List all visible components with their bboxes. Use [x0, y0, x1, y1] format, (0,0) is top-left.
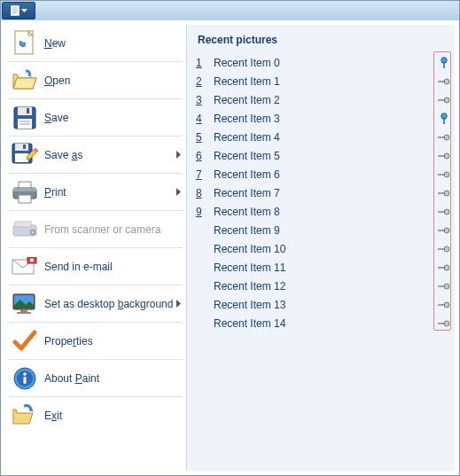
- pin-icon-unpinned[interactable]: [437, 77, 451, 86]
- recent-item-label: Recent Item 0: [210, 57, 437, 69]
- desktop-background-icon: [11, 290, 39, 318]
- pin-icon-unpinned[interactable]: [437, 96, 451, 105]
- recent-item-number: 7: [196, 168, 210, 181]
- svg-rect-55: [438, 230, 445, 230]
- recent-item[interactable]: 1Recent Item 0: [196, 53, 451, 72]
- recent-pictures-panel: Recent pictures 1Recent Item 02Recent It…: [186, 25, 455, 471]
- recent-item[interactable]: 4Recent Item 3: [196, 109, 451, 128]
- svg-rect-37: [443, 62, 444, 68]
- pin-icon-unpinned[interactable]: [437, 133, 451, 142]
- menu-label: New: [44, 37, 66, 50]
- svg-rect-7: [18, 107, 32, 115]
- menu-label: Set as desktop background: [44, 298, 173, 310]
- recent-item[interactable]: Recent Item 9: [196, 221, 451, 239]
- menu-item-wallpaper[interactable]: Set as desktop background: [5, 285, 186, 322]
- pin-icon-unpinned[interactable]: [437, 319, 451, 328]
- menu-label: Print: [44, 186, 66, 199]
- svg-rect-49: [438, 174, 445, 175]
- recent-item-number: 6: [196, 150, 210, 162]
- svg-rect-43: [443, 118, 444, 124]
- recent-item[interactable]: 9Recent Item 8: [196, 202, 451, 221]
- recent-item[interactable]: Recent Item 11: [196, 258, 451, 277]
- menu-label: About Paint: [44, 372, 99, 385]
- recent-item[interactable]: 7Recent Item 6: [196, 165, 451, 183]
- menu-item-new[interactable]: New: [5, 25, 186, 61]
- pin-icon-unpinned[interactable]: [437, 282, 451, 291]
- recent-item-label: Recent Item 13: [210, 299, 437, 311]
- svg-rect-65: [438, 323, 445, 324]
- svg-rect-19: [19, 195, 31, 203]
- menu-item-about[interactable]: About Paint: [5, 360, 186, 396]
- menu-item-open[interactable]: Open: [5, 62, 186, 98]
- save-as-icon: [11, 141, 39, 169]
- menu-panel: New Open Save Save as: [1, 20, 459, 475]
- menu-item-save[interactable]: Save: [5, 99, 186, 136]
- menu-label: Properties: [44, 335, 93, 347]
- recent-item[interactable]: Recent Item 10: [196, 239, 451, 258]
- checkmark-icon: [11, 327, 39, 355]
- email-icon: [11, 253, 39, 281]
- scanner-icon: [11, 215, 39, 244]
- svg-rect-30: [20, 309, 27, 312]
- pin-icon-unpinned[interactable]: [437, 245, 451, 254]
- app-menu-button[interactable]: [2, 2, 35, 20]
- svg-rect-47: [438, 155, 445, 156]
- pin-icon-unpinned[interactable]: [437, 152, 451, 160]
- svg-point-24: [32, 230, 35, 233]
- chevron-right-icon: [176, 149, 181, 161]
- menu-item-from-scanner: From scanner or camera: [5, 211, 186, 247]
- recent-item-number: 2: [196, 75, 210, 88]
- menu-item-send-email[interactable]: Send in e-mail: [5, 248, 186, 285]
- recent-item-label: Recent Item 11: [210, 261, 437, 274]
- titlebar: [1, 1, 459, 20]
- svg-rect-63: [438, 304, 445, 305]
- application-window: New Open Save Save as: [0, 0, 460, 476]
- recent-item-label: Recent Item 1: [210, 75, 437, 88]
- recent-item[interactable]: Recent Item 12: [196, 277, 451, 295]
- svg-rect-61: [438, 285, 445, 286]
- pin-icon-unpinned[interactable]: [437, 207, 451, 216]
- menu-label: Save: [44, 112, 68, 124]
- recent-item[interactable]: 3Recent Item 2: [196, 90, 451, 109]
- pin-icon-pinned[interactable]: [437, 113, 451, 125]
- menu-item-properties[interactable]: Properties: [5, 323, 186, 359]
- recent-item-label: Recent Item 2: [210, 94, 437, 106]
- recent-item-label: Recent Item 14: [210, 317, 437, 330]
- recent-item-label: Recent Item 5: [210, 150, 437, 162]
- pin-icon-unpinned[interactable]: [437, 263, 451, 272]
- svg-rect-14: [23, 144, 26, 149]
- printer-icon: [11, 178, 39, 207]
- recent-item[interactable]: 2Recent Item 1: [196, 72, 451, 90]
- pin-icon-pinned[interactable]: [437, 57, 451, 69]
- pin-icon-unpinned[interactable]: [437, 300, 451, 309]
- menu-item-print[interactable]: Print: [5, 174, 186, 210]
- svg-rect-53: [438, 211, 445, 212]
- save-floppy-icon: [11, 104, 39, 132]
- chevron-down-icon: [21, 9, 27, 12]
- recent-item[interactable]: Recent Item 13: [196, 295, 451, 314]
- recent-item-number: 4: [196, 113, 210, 125]
- svg-rect-57: [438, 248, 445, 249]
- recent-item[interactable]: 8Recent Item 7: [196, 183, 451, 202]
- recent-item-label: Recent Item 12: [210, 280, 437, 293]
- menu-item-exit[interactable]: Exit: [5, 397, 186, 433]
- pin-icon-unpinned[interactable]: [437, 189, 451, 198]
- svg-rect-39: [438, 81, 445, 82]
- pin-icon-unpinned[interactable]: [437, 170, 451, 179]
- menu-item-save-as[interactable]: Save as: [5, 137, 186, 173]
- pin-icon-unpinned[interactable]: [437, 226, 451, 235]
- svg-point-27: [30, 258, 34, 261]
- recent-item-label: Recent Item 9: [210, 224, 437, 237]
- recent-item[interactable]: Recent Item 14: [196, 314, 451, 332]
- menu-label: Send in e-mail: [44, 261, 113, 273]
- recent-pictures-list: 1Recent Item 02Recent Item 13Recent Item…: [196, 53, 451, 465]
- svg-rect-31: [17, 312, 31, 314]
- svg-rect-15: [15, 153, 28, 162]
- recent-item-label: Recent Item 7: [210, 187, 437, 199]
- recent-item[interactable]: 6Recent Item 5: [196, 146, 451, 165]
- svg-rect-41: [438, 99, 445, 100]
- recent-item-number: 1: [196, 57, 210, 69]
- recent-item-number: 3: [196, 94, 210, 106]
- recent-item[interactable]: 5Recent Item 4: [196, 128, 451, 146]
- svg-rect-59: [438, 267, 445, 268]
